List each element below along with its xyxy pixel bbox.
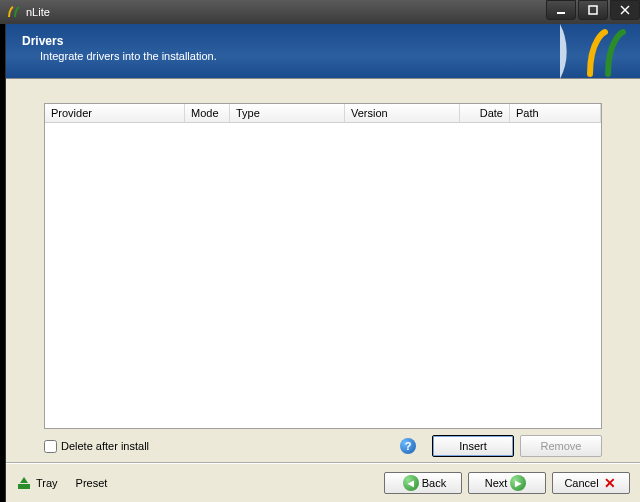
arrow-right-icon: ► [510,475,526,491]
page-title: Drivers [22,34,624,48]
under-list-row: Delete after install ? Insert Remove [44,435,602,457]
next-button[interactable]: Next ► [468,472,546,494]
page-header: Drivers Integrate drivers into the insta… [6,24,640,79]
remove-button: Remove [520,435,602,457]
col-mode[interactable]: Mode [185,104,230,122]
titlebar: nLite [0,0,640,24]
app-icon [6,4,22,20]
minimize-button[interactable] [546,0,576,20]
content-area: Drivers Integrate drivers into the insta… [5,24,640,502]
delete-after-install-checkbox[interactable] [44,440,57,453]
back-button[interactable]: ◄ Back [384,472,462,494]
listview-body[interactable] [45,123,601,428]
col-version[interactable]: Version [345,104,460,122]
back-button-label: Back [422,477,446,489]
x-red-icon: ✕ [602,475,618,491]
tray-link[interactable]: Tray [36,477,58,489]
page-subtitle: Integrate drivers into the installation. [40,50,624,62]
footer: Tray Preset ◄ Back Next ► Cancel ✕ [6,462,640,502]
next-button-label: Next [485,477,508,489]
svg-rect-4 [18,484,30,489]
listview-header: Provider Mode Type Version Date Path [45,104,601,123]
insert-button-label: Insert [459,440,487,452]
tray-icon [16,475,32,491]
arrow-left-icon: ◄ [403,475,419,491]
delete-after-install-label: Delete after install [61,440,149,452]
app-logo [560,24,640,79]
maximize-button[interactable] [578,0,608,20]
col-type[interactable]: Type [230,104,345,122]
drivers-listview[interactable]: Provider Mode Type Version Date Path [44,103,602,429]
col-path[interactable]: Path [510,104,601,122]
col-date[interactable]: Date [460,104,510,122]
window-controls [544,0,640,24]
cancel-button[interactable]: Cancel ✕ [552,472,630,494]
remove-button-label: Remove [541,440,582,452]
body-panel: Provider Mode Type Version Date Path Del… [6,79,640,457]
window-title: nLite [26,6,544,18]
insert-button[interactable]: Insert [432,435,514,457]
col-provider[interactable]: Provider [45,104,185,122]
close-button[interactable] [610,0,640,20]
help-icon[interactable]: ? [400,438,416,454]
cancel-button-label: Cancel [564,477,598,489]
preset-link[interactable]: Preset [76,477,108,489]
svg-rect-0 [557,12,565,14]
svg-rect-1 [589,6,597,14]
